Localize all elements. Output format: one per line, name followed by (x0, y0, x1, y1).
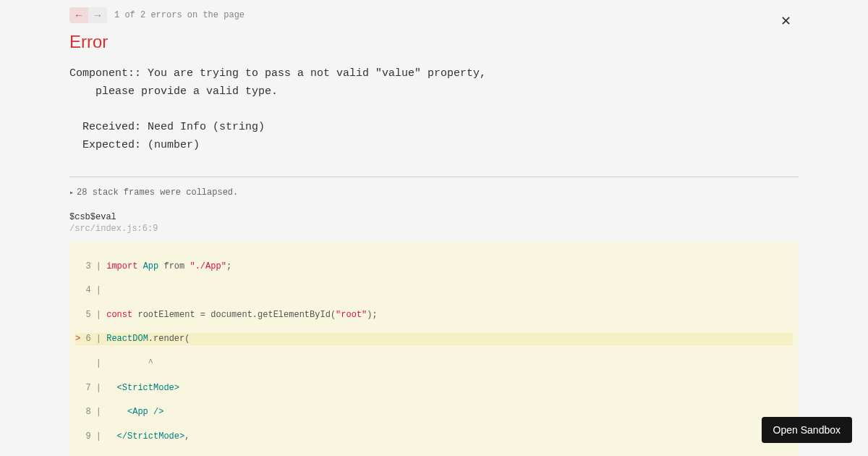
error-title: Error (69, 32, 799, 52)
prev-error-button[interactable]: ← (69, 7, 88, 23)
next-error-button[interactable]: → (88, 7, 107, 23)
open-sandbox-button[interactable]: Open Sandbox (762, 417, 852, 443)
error-count-text: 1 of 2 errors on the page (114, 10, 244, 20)
stack-frame-location: /src/index.js:6:9 (69, 224, 799, 234)
close-icon[interactable]: ✕ (780, 13, 791, 29)
code-line: 5 | const rootElement = document.getElem… (75, 309, 793, 321)
stack-frame-name: $csb$eval (69, 212, 799, 222)
error-message: Component:: You are trying to pass a not… (69, 65, 799, 155)
code-line: | ^ (75, 358, 793, 370)
code-line: 3 | import App from "./App"; (75, 261, 793, 273)
code-line: 8 | <App /> (75, 406, 793, 418)
code-line: 7 | <StrictMode> (75, 382, 793, 394)
error-nav: ← → 1 of 2 errors on the page (69, 7, 799, 23)
code-line-highlight: > 6 | ReactDOM.render( (75, 333, 793, 345)
code-snippet: 3 | import App from "./App"; 4 | 5 | con… (69, 241, 799, 456)
divider (69, 177, 799, 177)
nav-button-group: ← → (69, 7, 107, 23)
code-line: 9 | </StrictMode>, (75, 431, 793, 443)
code-line: 4 | (75, 284, 793, 297)
stack-collapse-1[interactable]: 28 stack frames were collapsed. (69, 187, 799, 198)
